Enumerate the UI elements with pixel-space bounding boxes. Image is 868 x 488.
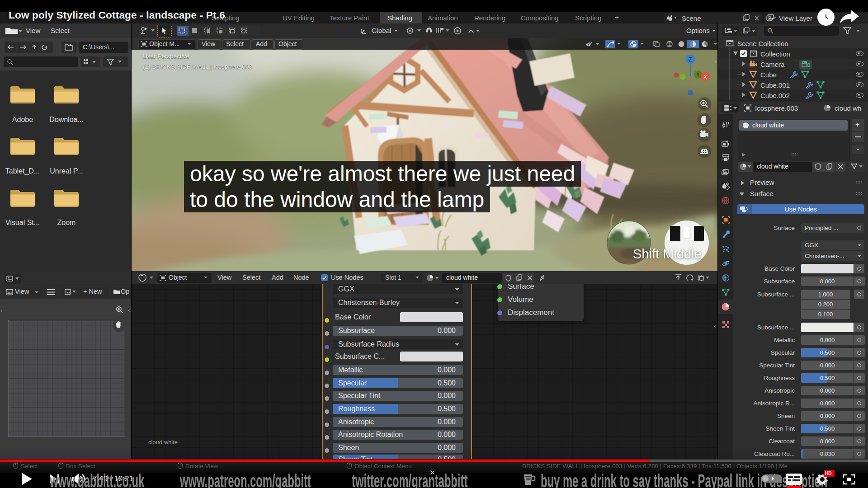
svg-text:‹: ‹	[715, 58, 717, 65]
svg-text:Z: Z	[689, 56, 692, 63]
svg-text:X: X	[703, 74, 707, 80]
svg-text:Y: Y	[697, 72, 700, 77]
